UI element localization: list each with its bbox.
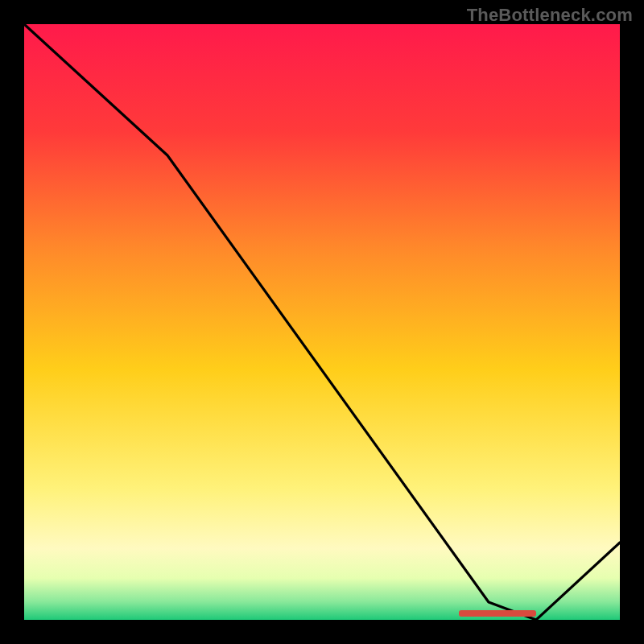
watermark-text: TheBottleneck.com [467, 5, 633, 26]
plot-area [24, 24, 620, 620]
min-marker [459, 610, 536, 617]
chart-stage: TheBottleneck.com [0, 0, 644, 644]
plot-svg [24, 24, 620, 620]
plot-background [24, 24, 620, 620]
